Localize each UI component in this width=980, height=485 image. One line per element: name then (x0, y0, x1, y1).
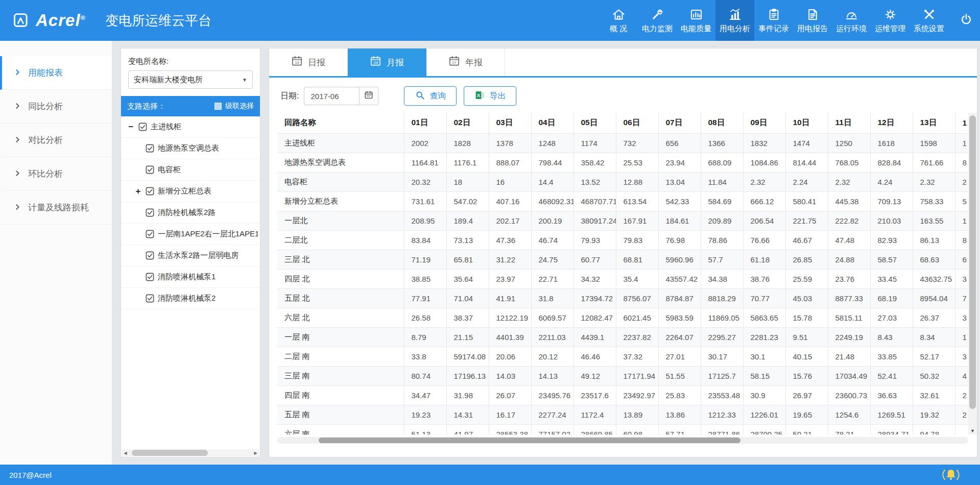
export-button[interactable]: X 导出 (464, 86, 516, 106)
value-cell: 5983.59 (658, 308, 701, 327)
nav-item[interactable]: 运行环境 (832, 0, 871, 41)
value-cell: 1248 (531, 133, 573, 153)
tree-node[interactable]: 消防栓机械泵2路 (121, 202, 260, 224)
tree-node[interactable]: 地源热泵空调总表 (121, 138, 260, 159)
notification-bell-icon[interactable] (941, 466, 961, 483)
circuit-name-cell: 主进线柜 (277, 133, 404, 153)
table-header-cell: 09日 (743, 113, 785, 133)
value-cell: 542.33 (658, 191, 701, 211)
value-cell: 468092.31 (531, 191, 573, 211)
value-cell: 8.79 (404, 327, 446, 347)
branch-select-label: 支路选择： (127, 102, 165, 111)
sidebar-item-label: 同比分析 (28, 101, 63, 112)
scroll-right-arrow-icon[interactable]: ▶ (252, 451, 259, 455)
nav-item-label: 用电分析 (720, 24, 750, 34)
value-cell: 1172.4 (573, 405, 616, 424)
value-cell: 23553.48 (701, 385, 743, 405)
tree-node[interactable]: 生活水泵2路一层弱电房 (121, 245, 260, 266)
checkbox-checked-icon[interactable] (146, 273, 154, 281)
checkbox-checked-icon[interactable] (146, 208, 154, 217)
checkbox-checked-icon[interactable] (146, 251, 154, 260)
scrollbar-thumb[interactable] (132, 450, 208, 456)
horizontal-scrollbar-thumb[interactable] (319, 438, 740, 443)
nav-item[interactable]: 电能质量 (677, 0, 715, 41)
value-cell: 13.52 (573, 172, 616, 191)
circuit-name-cell: 一层北 (277, 211, 404, 230)
checkbox-checked-icon[interactable] (146, 187, 154, 196)
nav-item[interactable]: 运维管理 (871, 0, 910, 41)
date-picker-button[interactable] (359, 87, 378, 105)
nav-item[interactable]: 概 况 (599, 0, 638, 41)
checkbox-checked-icon[interactable] (138, 123, 147, 131)
checkbox-checked-icon[interactable] (146, 294, 154, 303)
sidebar-item[interactable]: 同比分析 (0, 90, 112, 124)
nav-item[interactable]: 系统设置 (910, 0, 948, 41)
collapse-icon[interactable]: − (127, 122, 135, 132)
circuit-name-cell: 一层 南 (277, 327, 404, 347)
table-horizontal-scrollbar[interactable] (277, 437, 968, 444)
logout-power-button[interactable] (952, 0, 980, 41)
value-cell: 20.32 (404, 172, 446, 191)
table-row: 六层 北26.5838.3712122.196069.5712082.47602… (277, 308, 968, 327)
value-cell: 666.12 (743, 191, 785, 211)
tree-node[interactable]: +新增分立柜总表 (121, 181, 260, 202)
scrollbar-track[interactable] (129, 449, 252, 456)
tab-月报[interactable]: 1M月报 (348, 48, 426, 76)
checkbox-checked-icon[interactable] (146, 144, 154, 153)
tree-node[interactable]: 消防喷淋机械泵2 (121, 288, 260, 309)
expand-icon[interactable]: + (134, 186, 142, 197)
scroll-down-arrow-icon[interactable]: ▼ (968, 428, 977, 433)
date-input[interactable]: 2017-06 (304, 87, 359, 105)
value-cell: 8818.29 (701, 288, 743, 308)
value-cell: 11.84 (701, 172, 743, 191)
tree-node[interactable]: −主进线柜 (121, 116, 260, 138)
sidebar-item[interactable]: 计量及线路损耗 (0, 191, 112, 225)
value-cell: 78.21 (828, 424, 870, 434)
cascade-select-toggle[interactable]: 级联选择 (214, 102, 254, 111)
value-cell: 1084.86 (743, 153, 785, 172)
nav-item[interactable]: 用电报告 (793, 0, 832, 41)
value-cell: 8.34 (913, 327, 955, 347)
tab-日报[interactable]: 1d日报 (269, 48, 348, 76)
tree-node[interactable]: 电容柜 (121, 159, 260, 181)
value-cell: 23.97 (489, 269, 531, 288)
vertical-scrollbar-thumb[interactable] (969, 115, 976, 409)
nav-item[interactable]: 电力监测 (638, 0, 677, 41)
sidebar-item[interactable]: 对比分析 (0, 124, 112, 157)
value-cell: 23.94 (658, 153, 701, 172)
checkbox-checked-icon[interactable] (146, 230, 154, 238)
value-cell: 37.32 (616, 347, 658, 366)
nav-item[interactable]: 事件记录 (754, 0, 793, 41)
maintenance-icon (883, 8, 897, 21)
nav-item[interactable]: 用电分析 (715, 0, 754, 41)
tree-node[interactable]: 一层南1APE2右一层北1APE1 (121, 224, 260, 245)
value-cell: 221.75 (785, 211, 828, 230)
scroll-left-arrow-icon[interactable]: ◀ (122, 451, 129, 455)
date-label: 日期: (280, 91, 299, 102)
value-cell: 34.47 (404, 385, 446, 405)
query-button[interactable]: 查询 (404, 86, 457, 106)
app-footer: 2017@Acrel (0, 465, 980, 485)
tree-node[interactable]: 消防喷淋机械泵1 (121, 266, 260, 288)
value-cell: 2 (955, 405, 968, 424)
power-monitor-icon (651, 8, 664, 21)
value-cell: 814.44 (785, 153, 828, 172)
station-select[interactable]: 安科瑞新大楼变电所 ▼ (128, 70, 253, 89)
value-cell: 15.78 (785, 308, 828, 327)
value-cell: 13.89 (616, 405, 658, 424)
table-vertical-scrollbar[interactable]: ▼ (968, 113, 977, 434)
value-cell: 828.84 (870, 153, 913, 172)
value-cell: 184.61 (658, 211, 701, 230)
sidebar-item[interactable]: 用能报表 (0, 56, 112, 90)
table-header-cell: 05日 (573, 113, 616, 133)
tab-年报[interactable]: 1Y年报 (426, 48, 505, 76)
cascade-checkbox[interactable] (214, 103, 222, 110)
value-cell: 40.15 (785, 347, 828, 366)
value-cell: 23492.97 (616, 385, 658, 405)
checkbox-checked-icon[interactable] (146, 165, 154, 174)
value-cell: 5863.65 (743, 308, 785, 327)
sidebar-item[interactable]: 环比分析 (0, 157, 112, 191)
tree-horizontal-scrollbar[interactable]: ◀ ▶ (122, 449, 259, 456)
value-cell: 23600.73 (828, 385, 870, 405)
value-cell: 12.88 (616, 172, 658, 191)
